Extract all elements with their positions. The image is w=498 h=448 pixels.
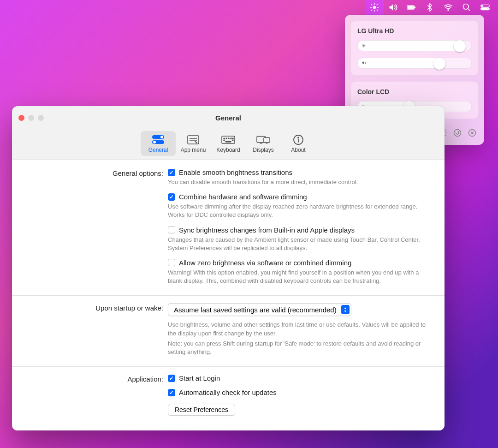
- brightness-menubar-icon[interactable]: [365, 0, 384, 15]
- wifi-menubar-icon[interactable]: [439, 0, 457, 15]
- close-window-button[interactable]: [18, 115, 24, 121]
- content: General options: Enable smooth brightnes…: [12, 160, 445, 430]
- help-text: Use software dimming after the display r…: [168, 203, 428, 219]
- svg-point-34: [232, 138, 233, 139]
- tab-label: About: [291, 147, 305, 153]
- tab-label: Displays: [253, 147, 273, 153]
- svg-point-20: [454, 130, 461, 137]
- menu-icon: [186, 134, 200, 146]
- search-menubar-icon[interactable]: [457, 0, 476, 15]
- svg-point-12: [448, 10, 449, 11]
- tab-displays[interactable]: Displays: [246, 131, 281, 156]
- section-label: Application:: [24, 374, 168, 416]
- minimize-window-button[interactable]: [28, 115, 34, 121]
- tab-about[interactable]: About: [281, 131, 316, 156]
- svg-point-32: [228, 138, 229, 139]
- keyboard-icon: [221, 134, 235, 146]
- window-title: General: [215, 114, 241, 122]
- close-icon[interactable]: [466, 126, 479, 139]
- checkbox-allow-zero[interactable]: [168, 259, 175, 266]
- section-label: General options:: [24, 168, 168, 292]
- tab-label: Keyboard: [216, 147, 240, 153]
- refresh-icon[interactable]: [451, 126, 464, 139]
- checkbox-combine-dimming[interactable]: [168, 193, 175, 201]
- help-text: Changes that are caused by the Ambient l…: [168, 236, 428, 252]
- display-name: Color LCD: [357, 88, 472, 96]
- svg-point-23: [160, 136, 163, 138]
- svg-line-14: [468, 9, 470, 11]
- control-center-menubar-icon[interactable]: [476, 0, 494, 15]
- svg-rect-11: [415, 7, 415, 8]
- help-text: You can disable smooth transitions for a…: [168, 178, 428, 186]
- svg-line-8: [377, 5, 377, 5]
- svg-rect-40: [264, 137, 270, 142]
- tab-app-menu[interactable]: App menu: [176, 131, 211, 156]
- svg-line-7: [372, 10, 372, 10]
- svg-point-0: [373, 6, 376, 9]
- brightness-icon: ☀︎: [362, 43, 366, 49]
- reset-preferences-button[interactable]: Reset Preferences: [168, 404, 235, 416]
- zoom-window-button[interactable]: [38, 115, 44, 121]
- svg-point-36: [232, 140, 233, 141]
- svg-point-25: [153, 141, 156, 143]
- battery-menubar-icon[interactable]: [402, 0, 421, 15]
- svg-point-35: [224, 140, 225, 141]
- help-text: Use brightness, volume and other setting…: [168, 321, 428, 337]
- svg-point-18: [487, 8, 489, 10]
- checkbox-label: Combine hardware and software dimming: [179, 193, 307, 201]
- tab-label: General: [148, 147, 168, 153]
- titlebar[interactable]: General: [12, 106, 445, 129]
- svg-point-33: [231, 138, 231, 139]
- volume-menubar-icon[interactable]: [384, 0, 402, 15]
- svg-rect-10: [408, 6, 414, 9]
- info-icon: [291, 134, 305, 146]
- toggles-icon: [151, 134, 165, 146]
- svg-point-43: [298, 137, 299, 138]
- svg-rect-37: [225, 141, 231, 142]
- tab-label: App menu: [181, 147, 206, 153]
- menubar: [0, 0, 498, 15]
- section-label: Upon startup or wake:: [24, 303, 168, 363]
- checkbox-label: Automatically check for updates: [179, 388, 277, 396]
- checkbox-label: Enable smooth brightness transitions: [179, 168, 292, 176]
- checkbox-label: Start at Login: [179, 374, 220, 382]
- svg-point-30: [224, 138, 225, 139]
- checkbox-label: Allow zero brightness via software or co…: [179, 259, 351, 267]
- select-value: Assume last saved settings are valid (re…: [174, 306, 337, 314]
- brightness-slider[interactable]: ☀︎: [357, 40, 472, 51]
- volume-slider[interactable]: [357, 58, 472, 69]
- startup-select[interactable]: Assume last saved settings are valid (re…: [168, 303, 351, 316]
- volume-icon: [362, 60, 367, 66]
- checkbox-label: Sync brightness changes from Built-in an…: [179, 226, 355, 234]
- traffic-lights: [18, 115, 44, 121]
- svg-point-31: [226, 138, 227, 139]
- svg-point-13: [463, 4, 469, 10]
- checkbox-sync-brightness[interactable]: [168, 226, 175, 233]
- checkbox-auto-update[interactable]: [168, 389, 175, 396]
- svg-line-4: [377, 10, 377, 10]
- help-text: Warning! With this option enabled, you m…: [168, 269, 428, 285]
- svg-point-16: [481, 5, 483, 6]
- chevron-updown-icon: ▲▼: [341, 305, 350, 314]
- displays-icon: [256, 134, 270, 146]
- tab-general[interactable]: General: [141, 131, 176, 156]
- checkbox-start-at-login[interactable]: [168, 375, 175, 382]
- divider: [12, 295, 445, 296]
- svg-line-3: [372, 5, 372, 5]
- checkbox-smooth-transitions[interactable]: [168, 169, 175, 176]
- display-card: LG Ultra HD ☀︎: [350, 20, 479, 76]
- tab-keyboard[interactable]: Keyboard: [211, 131, 246, 156]
- divider: [12, 366, 445, 367]
- toolbar: General App menu Keyboard Displays About: [12, 129, 445, 160]
- preferences-window: General General App menu Keyboard Displa…: [12, 106, 445, 430]
- display-name: LG Ultra HD: [357, 27, 472, 35]
- help-text: Note: you can press Shift during startup…: [168, 340, 428, 356]
- bluetooth-menubar-icon[interactable]: [421, 0, 439, 15]
